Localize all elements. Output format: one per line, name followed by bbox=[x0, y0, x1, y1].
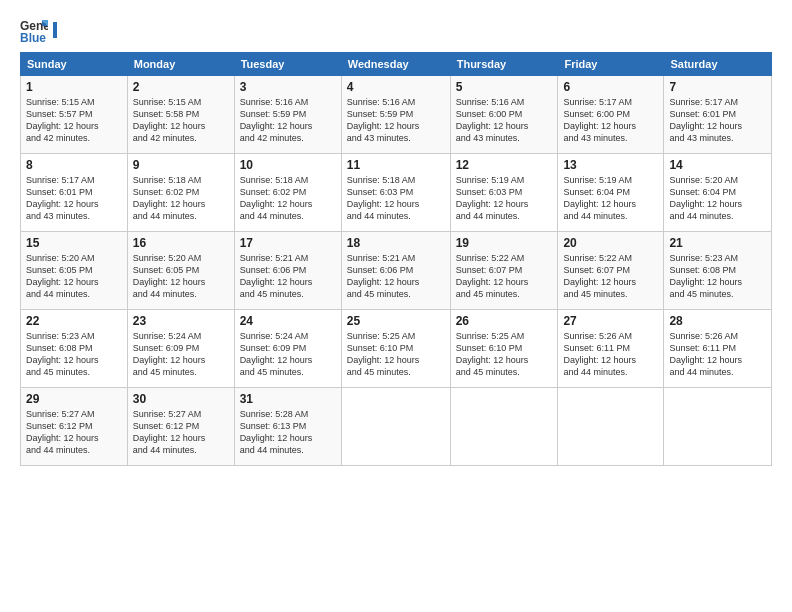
calendar-cell: 7Sunrise: 5:17 AM Sunset: 6:01 PM Daylig… bbox=[664, 76, 772, 154]
calendar-cell: 24Sunrise: 5:24 AM Sunset: 6:09 PM Dayli… bbox=[234, 310, 341, 388]
col-header-thursday: Thursday bbox=[450, 53, 558, 76]
day-number: 26 bbox=[456, 314, 553, 328]
calendar-cell: 31Sunrise: 5:28 AM Sunset: 6:13 PM Dayli… bbox=[234, 388, 341, 466]
day-number: 3 bbox=[240, 80, 336, 94]
day-info: Sunrise: 5:18 AM Sunset: 6:03 PM Dayligh… bbox=[347, 174, 445, 223]
day-info: Sunrise: 5:19 AM Sunset: 6:04 PM Dayligh… bbox=[563, 174, 658, 223]
calendar-cell: 13Sunrise: 5:19 AM Sunset: 6:04 PM Dayli… bbox=[558, 154, 664, 232]
day-info: Sunrise: 5:21 AM Sunset: 6:06 PM Dayligh… bbox=[240, 252, 336, 301]
day-info: Sunrise: 5:25 AM Sunset: 6:10 PM Dayligh… bbox=[456, 330, 553, 379]
day-number: 4 bbox=[347, 80, 445, 94]
day-info: Sunrise: 5:27 AM Sunset: 6:12 PM Dayligh… bbox=[133, 408, 229, 457]
calendar-cell: 17Sunrise: 5:21 AM Sunset: 6:06 PM Dayli… bbox=[234, 232, 341, 310]
calendar-cell: 15Sunrise: 5:20 AM Sunset: 6:05 PM Dayli… bbox=[21, 232, 128, 310]
week-row-5: 29Sunrise: 5:27 AM Sunset: 6:12 PM Dayli… bbox=[21, 388, 772, 466]
day-number: 14 bbox=[669, 158, 766, 172]
day-number: 9 bbox=[133, 158, 229, 172]
calendar-cell bbox=[664, 388, 772, 466]
day-number: 31 bbox=[240, 392, 336, 406]
day-number: 21 bbox=[669, 236, 766, 250]
day-number: 22 bbox=[26, 314, 122, 328]
day-number: 10 bbox=[240, 158, 336, 172]
day-number: 5 bbox=[456, 80, 553, 94]
calendar-cell: 29Sunrise: 5:27 AM Sunset: 6:12 PM Dayli… bbox=[21, 388, 128, 466]
day-number: 7 bbox=[669, 80, 766, 94]
header-row: General Blue bbox=[20, 16, 772, 44]
day-number: 6 bbox=[563, 80, 658, 94]
calendar-cell: 26Sunrise: 5:25 AM Sunset: 6:10 PM Dayli… bbox=[450, 310, 558, 388]
calendar-cell: 9Sunrise: 5:18 AM Sunset: 6:02 PM Daylig… bbox=[127, 154, 234, 232]
day-number: 17 bbox=[240, 236, 336, 250]
day-info: Sunrise: 5:17 AM Sunset: 6:01 PM Dayligh… bbox=[669, 96, 766, 145]
day-info: Sunrise: 5:18 AM Sunset: 6:02 PM Dayligh… bbox=[240, 174, 336, 223]
calendar-cell: 21Sunrise: 5:23 AM Sunset: 6:08 PM Dayli… bbox=[664, 232, 772, 310]
day-info: Sunrise: 5:24 AM Sunset: 6:09 PM Dayligh… bbox=[133, 330, 229, 379]
week-row-1: 1Sunrise: 5:15 AM Sunset: 5:57 PM Daylig… bbox=[21, 76, 772, 154]
day-number: 13 bbox=[563, 158, 658, 172]
day-info: Sunrise: 5:17 AM Sunset: 6:00 PM Dayligh… bbox=[563, 96, 658, 145]
day-info: Sunrise: 5:24 AM Sunset: 6:09 PM Dayligh… bbox=[240, 330, 336, 379]
svg-text:Blue: Blue bbox=[20, 31, 46, 44]
week-row-2: 8Sunrise: 5:17 AM Sunset: 6:01 PM Daylig… bbox=[21, 154, 772, 232]
day-info: Sunrise: 5:22 AM Sunset: 6:07 PM Dayligh… bbox=[563, 252, 658, 301]
calendar-cell: 3Sunrise: 5:16 AM Sunset: 5:59 PM Daylig… bbox=[234, 76, 341, 154]
calendar-cell bbox=[341, 388, 450, 466]
day-number: 25 bbox=[347, 314, 445, 328]
calendar-cell: 18Sunrise: 5:21 AM Sunset: 6:06 PM Dayli… bbox=[341, 232, 450, 310]
day-info: Sunrise: 5:23 AM Sunset: 6:08 PM Dayligh… bbox=[669, 252, 766, 301]
calendar-cell: 25Sunrise: 5:25 AM Sunset: 6:10 PM Dayli… bbox=[341, 310, 450, 388]
week-row-3: 15Sunrise: 5:20 AM Sunset: 6:05 PM Dayli… bbox=[21, 232, 772, 310]
day-info: Sunrise: 5:21 AM Sunset: 6:06 PM Dayligh… bbox=[347, 252, 445, 301]
day-number: 23 bbox=[133, 314, 229, 328]
day-info: Sunrise: 5:16 AM Sunset: 5:59 PM Dayligh… bbox=[347, 96, 445, 145]
logo: General Blue bbox=[20, 16, 58, 44]
day-info: Sunrise: 5:16 AM Sunset: 5:59 PM Dayligh… bbox=[240, 96, 336, 145]
day-info: Sunrise: 5:25 AM Sunset: 6:10 PM Dayligh… bbox=[347, 330, 445, 379]
day-number: 12 bbox=[456, 158, 553, 172]
calendar-cell: 4Sunrise: 5:16 AM Sunset: 5:59 PM Daylig… bbox=[341, 76, 450, 154]
day-info: Sunrise: 5:15 AM Sunset: 5:57 PM Dayligh… bbox=[26, 96, 122, 145]
day-number: 30 bbox=[133, 392, 229, 406]
col-header-wednesday: Wednesday bbox=[341, 53, 450, 76]
day-number: 27 bbox=[563, 314, 658, 328]
calendar-cell: 30Sunrise: 5:27 AM Sunset: 6:12 PM Dayli… bbox=[127, 388, 234, 466]
calendar-cell bbox=[450, 388, 558, 466]
col-header-monday: Monday bbox=[127, 53, 234, 76]
day-number: 15 bbox=[26, 236, 122, 250]
calendar-cell: 12Sunrise: 5:19 AM Sunset: 6:03 PM Dayli… bbox=[450, 154, 558, 232]
col-header-saturday: Saturday bbox=[664, 53, 772, 76]
day-number: 18 bbox=[347, 236, 445, 250]
calendar-cell: 27Sunrise: 5:26 AM Sunset: 6:11 PM Dayli… bbox=[558, 310, 664, 388]
day-info: Sunrise: 5:26 AM Sunset: 6:11 PM Dayligh… bbox=[669, 330, 766, 379]
day-info: Sunrise: 5:28 AM Sunset: 6:13 PM Dayligh… bbox=[240, 408, 336, 457]
day-info: Sunrise: 5:20 AM Sunset: 6:05 PM Dayligh… bbox=[133, 252, 229, 301]
day-info: Sunrise: 5:20 AM Sunset: 6:04 PM Dayligh… bbox=[669, 174, 766, 223]
day-number: 29 bbox=[26, 392, 122, 406]
col-header-sunday: Sunday bbox=[21, 53, 128, 76]
calendar-cell: 2Sunrise: 5:15 AM Sunset: 5:58 PM Daylig… bbox=[127, 76, 234, 154]
logo-text bbox=[52, 22, 58, 38]
calendar-cell: 8Sunrise: 5:17 AM Sunset: 6:01 PM Daylig… bbox=[21, 154, 128, 232]
calendar-table: SundayMondayTuesdayWednesdayThursdayFrid… bbox=[20, 52, 772, 466]
col-header-friday: Friday bbox=[558, 53, 664, 76]
calendar-cell: 20Sunrise: 5:22 AM Sunset: 6:07 PM Dayli… bbox=[558, 232, 664, 310]
calendar-cell: 11Sunrise: 5:18 AM Sunset: 6:03 PM Dayli… bbox=[341, 154, 450, 232]
day-number: 8 bbox=[26, 158, 122, 172]
day-info: Sunrise: 5:22 AM Sunset: 6:07 PM Dayligh… bbox=[456, 252, 553, 301]
day-info: Sunrise: 5:20 AM Sunset: 6:05 PM Dayligh… bbox=[26, 252, 122, 301]
day-number: 20 bbox=[563, 236, 658, 250]
calendar-cell: 10Sunrise: 5:18 AM Sunset: 6:02 PM Dayli… bbox=[234, 154, 341, 232]
day-info: Sunrise: 5:17 AM Sunset: 6:01 PM Dayligh… bbox=[26, 174, 122, 223]
calendar-cell bbox=[558, 388, 664, 466]
logo-icon: General Blue bbox=[20, 16, 48, 44]
calendar-cell: 19Sunrise: 5:22 AM Sunset: 6:07 PM Dayli… bbox=[450, 232, 558, 310]
day-info: Sunrise: 5:16 AM Sunset: 6:00 PM Dayligh… bbox=[456, 96, 553, 145]
day-number: 28 bbox=[669, 314, 766, 328]
day-number: 16 bbox=[133, 236, 229, 250]
day-info: Sunrise: 5:26 AM Sunset: 6:11 PM Dayligh… bbox=[563, 330, 658, 379]
calendar-cell: 16Sunrise: 5:20 AM Sunset: 6:05 PM Dayli… bbox=[127, 232, 234, 310]
day-info: Sunrise: 5:23 AM Sunset: 6:08 PM Dayligh… bbox=[26, 330, 122, 379]
calendar-cell: 23Sunrise: 5:24 AM Sunset: 6:09 PM Dayli… bbox=[127, 310, 234, 388]
day-info: Sunrise: 5:15 AM Sunset: 5:58 PM Dayligh… bbox=[133, 96, 229, 145]
day-number: 19 bbox=[456, 236, 553, 250]
